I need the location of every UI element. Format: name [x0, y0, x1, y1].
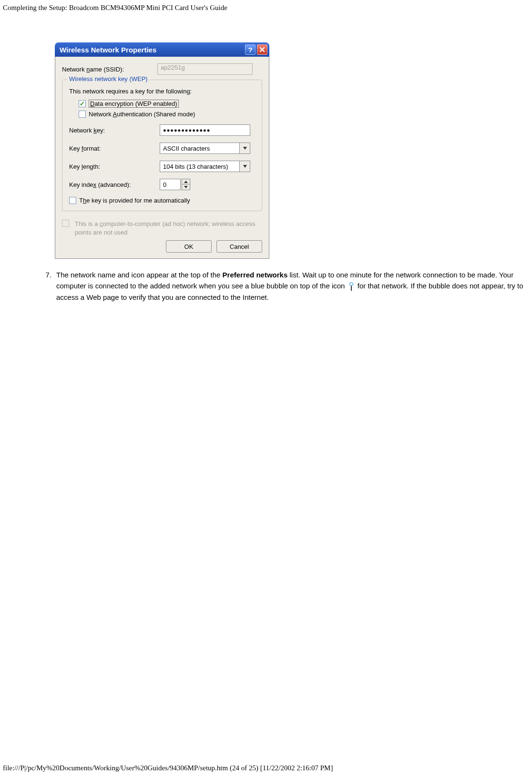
chevron-down-icon [243, 147, 247, 150]
dialog-title: Wireless Network Properties [60, 46, 244, 54]
wep-group-desc: This network requires a key for the foll… [69, 88, 256, 95]
auto-key-label: The key is provided for me automatically [79, 197, 190, 204]
wep-group-legend: Wireless network key (WEP) [67, 75, 150, 82]
key-format-value: ASCII characters [160, 143, 240, 154]
adhoc-label: This is a computer-to-computer (ad hoc) … [75, 220, 256, 236]
dialog-screenshot: Wireless Network Properties ? Network na… [55, 42, 269, 259]
wireless-connected-icon [348, 282, 355, 291]
ssid-input[interactable]: ap2251g [157, 63, 253, 75]
key-length-combo[interactable]: 104 bits (13 characters) [160, 161, 250, 172]
key-format-dropdown-button[interactable] [240, 143, 250, 154]
chevron-down-icon [243, 165, 247, 168]
dialog-body: Network name (SSID): ap2251g Wireless ne… [55, 57, 269, 259]
wep-groupbox: Wireless network key (WEP) This network … [62, 80, 262, 211]
key-index-value[interactable]: 0 [160, 179, 181, 190]
spinner-up-button[interactable] [182, 179, 190, 184]
network-key-label: Network key: [69, 127, 160, 134]
key-index-spinner[interactable]: 0 [160, 179, 190, 190]
arrow-down-icon [184, 186, 188, 188]
close-button[interactable] [257, 44, 267, 55]
dialog-titlebar: Wireless Network Properties ? [55, 42, 269, 57]
page-footer: file:///P|/pc/My%20Documents/Working/Use… [3, 764, 333, 772]
close-icon [259, 47, 265, 52]
data-encryption-label: Data encryption (WEP enabled) [89, 100, 179, 108]
key-length-dropdown-button[interactable] [240, 161, 250, 172]
key-length-value: 104 bits (13 characters) [160, 161, 240, 172]
network-key-input[interactable]: ●●●●●●●●●●●●● [160, 124, 250, 136]
arrow-up-icon [184, 181, 188, 183]
spinner-down-button[interactable] [182, 184, 190, 190]
network-auth-checkbox[interactable] [79, 111, 86, 118]
step-text: The network name and icon appear at the … [56, 269, 525, 303]
key-format-label: Key format: [69, 145, 160, 152]
step-7: 7. The network name and icon appear at t… [39, 269, 525, 303]
help-button[interactable]: ? [245, 44, 256, 55]
network-auth-label: Network Authentication (Shared mode) [89, 111, 195, 118]
adhoc-checkbox [62, 220, 69, 227]
ssid-label: Network name (SSID): [62, 66, 157, 73]
ok-button[interactable]: OK [166, 240, 212, 253]
step-number: 7. [39, 269, 51, 303]
key-length-label: Key length: [69, 163, 160, 170]
page-header: Completing the Setup: Broadcom BCM94306M… [0, 0, 532, 12]
data-encryption-checkbox[interactable]: ✓ [79, 100, 86, 107]
key-format-combo[interactable]: ASCII characters [160, 143, 250, 154]
cancel-button[interactable]: Cancel [216, 240, 262, 253]
auto-key-checkbox[interactable] [69, 197, 76, 204]
key-index-label: Key index (advanced): [69, 181, 160, 188]
